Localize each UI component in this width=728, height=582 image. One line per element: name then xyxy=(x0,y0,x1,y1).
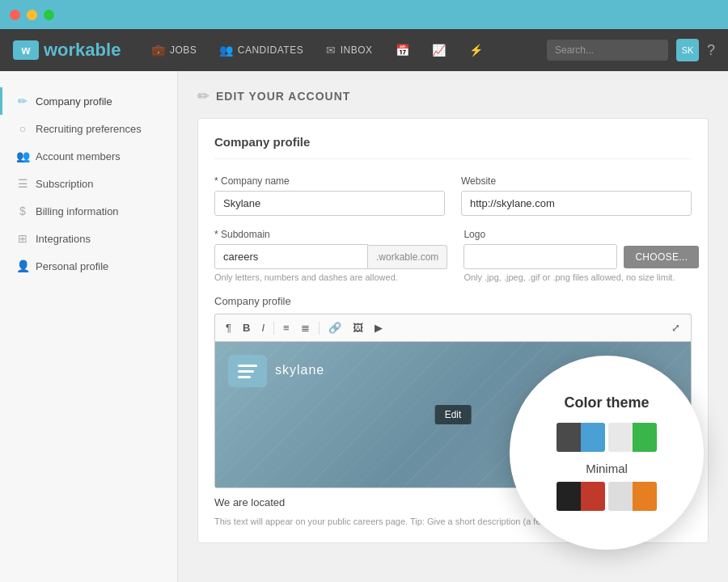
calendar-icon: 📅 xyxy=(396,44,410,57)
nav-activity[interactable]: ⚡ xyxy=(458,29,495,71)
editor-toolbar: ¶ B I ≡ ≣ 🔗 🖼 ▶ ⤢ xyxy=(214,314,692,341)
choose-button[interactable]: CHOOSE... xyxy=(624,246,699,268)
toolbar-divider-2 xyxy=(319,322,320,335)
swatch-blue xyxy=(581,423,605,452)
sidebar-item-recruiting[interactable]: ○ Recruiting preferences xyxy=(0,115,177,142)
logo-hint: Only .jpg, .jpeg, .gif or .png files all… xyxy=(463,272,699,282)
sidebar-item-personal-profile[interactable]: 👤 Personal profile xyxy=(0,252,177,280)
swatch-light xyxy=(608,423,633,452)
company-name-input[interactable] xyxy=(214,191,445,216)
nav-candidates[interactable]: 👥 CANDIDATES xyxy=(208,29,315,71)
required-star-sub: * xyxy=(214,229,221,240)
sidebar-item-integrations[interactable]: ⊞ Integrations xyxy=(0,225,177,252)
toolbar-image[interactable]: 🖼 xyxy=(349,319,367,336)
logo-line-1 xyxy=(238,365,257,367)
subdomain-label: * Subdomain xyxy=(214,229,447,240)
swatch-dark xyxy=(557,423,581,452)
sidebar-item-label: Account members xyxy=(36,150,121,162)
sidebar-item-subscription[interactable]: ☰ Subscription xyxy=(0,170,177,197)
logo-input[interactable] xyxy=(463,244,617,269)
toolbar-ul[interactable]: ≡ xyxy=(279,319,294,336)
sidebar-item-label: Personal profile xyxy=(36,260,108,272)
nav-reports[interactable]: 📈 xyxy=(421,29,458,71)
toolbar-expand[interactable]: ⤢ xyxy=(667,319,684,336)
members-icon: 👥 xyxy=(16,150,29,162)
sidebar: ✏ Company profile ○ Recruiting preferenc… xyxy=(0,71,178,582)
swatch-pair-2[interactable] xyxy=(608,423,657,452)
company-logo-preview xyxy=(228,355,267,387)
sidebar-item-billing[interactable]: $ Billing information xyxy=(0,197,177,225)
recruiting-icon: ○ xyxy=(16,122,29,135)
swatch-pair-1[interactable] xyxy=(557,423,605,452)
subscription-icon: ☰ xyxy=(16,177,29,190)
swatch-black xyxy=(557,482,581,511)
logo-input-group: CHOOSE... xyxy=(463,244,699,269)
form-row-1: * Company name Website xyxy=(214,175,692,216)
minimize-button[interactable] xyxy=(27,10,37,20)
edit-badge[interactable]: Edit xyxy=(435,405,472,424)
brand-icon: w xyxy=(13,40,39,60)
sidebar-item-label: Company profile xyxy=(36,95,112,108)
search-input[interactable] xyxy=(547,40,668,61)
swatch-pair-4[interactable] xyxy=(608,482,657,511)
page-title: EDIT YOUR ACCOUNT xyxy=(216,90,350,103)
color-theme-popup: Color theme Minimal xyxy=(510,356,704,550)
toolbar-paragraph[interactable]: ¶ xyxy=(222,319,235,336)
logo-line-3 xyxy=(238,376,251,378)
color-theme-title: Color theme xyxy=(564,394,649,411)
logo-group: Logo CHOOSE... Only .jpg, .jpeg, .gif or… xyxy=(463,229,699,282)
avatar-text: SK xyxy=(682,45,694,55)
avatar[interactable]: SK xyxy=(676,39,699,61)
card-title: Company profile xyxy=(214,135,692,159)
color-swatches-row1 xyxy=(557,423,657,452)
toolbar-link[interactable]: 🔗 xyxy=(324,319,345,336)
content-area: ✏ EDIT YOUR ACCOUNT Company profile * Co… xyxy=(178,71,728,582)
subdomain-input[interactable] xyxy=(214,244,368,269)
swatch-pair-3[interactable] xyxy=(557,482,605,511)
sidebar-item-label: Subscription xyxy=(36,178,94,190)
logo-line-2 xyxy=(238,370,254,373)
nav-jobs[interactable]: 💼 JOBS xyxy=(140,29,208,71)
company-profile-icon: ✏ xyxy=(16,95,29,108)
integrations-icon: ⊞ xyxy=(16,232,29,245)
subdomain-hint: Only letters, numbers and dashes are all… xyxy=(214,272,447,282)
activity-icon: ⚡ xyxy=(469,44,484,57)
sidebar-item-label: Billing information xyxy=(36,205,119,217)
help-icon[interactable]: ? xyxy=(707,42,715,59)
website-input[interactable] xyxy=(461,191,692,216)
nav-calendar[interactable]: 📅 xyxy=(384,29,421,71)
sidebar-item-company-profile[interactable]: ✏ Company profile xyxy=(0,87,177,115)
nav-right: SK ? xyxy=(547,39,715,61)
candidates-icon: 👥 xyxy=(219,44,234,57)
swatch-orange xyxy=(633,482,657,511)
billing-icon: $ xyxy=(16,205,29,217)
toolbar-italic[interactable]: I xyxy=(257,319,269,336)
navbar: w workable 💼 JOBS 👥 CANDIDATES ✉ INBOX 📅… xyxy=(0,29,728,71)
toolbar-bold[interactable]: B xyxy=(239,319,254,336)
sidebar-item-account-members[interactable]: 👥 Account members xyxy=(0,142,177,170)
personal-icon: 👤 xyxy=(16,259,29,272)
nav-inbox[interactable]: ✉ INBOX xyxy=(315,29,383,71)
close-button[interactable] xyxy=(10,10,20,20)
subdomain-suffix: .workable.com xyxy=(368,245,447,269)
maximize-button[interactable] xyxy=(44,10,54,20)
nav-candidates-label: CANDIDATES xyxy=(238,44,303,56)
swatch-green xyxy=(633,423,657,452)
brand-logo[interactable]: w workable xyxy=(13,40,121,61)
logo-lines xyxy=(238,365,257,378)
color-swatches-row2 xyxy=(557,482,657,511)
toolbar-video[interactable]: ▶ xyxy=(370,319,387,336)
reports-icon: 📈 xyxy=(432,44,447,57)
subdomain-input-group: .workable.com xyxy=(214,244,447,269)
website-label: Website xyxy=(461,175,692,187)
toolbar-ol[interactable]: ≣ xyxy=(297,319,314,336)
company-name-preview: skylane xyxy=(275,363,324,377)
toolbar-divider-1 xyxy=(273,322,274,335)
brand-name: workable xyxy=(44,40,121,61)
sidebar-item-label: Recruiting preferences xyxy=(36,123,142,135)
swatch-white2 xyxy=(608,482,633,511)
website-group: Website xyxy=(461,175,692,216)
inbox-icon: ✉ xyxy=(326,44,336,57)
jobs-icon: 💼 xyxy=(151,44,166,57)
nav-jobs-label: JOBS xyxy=(170,44,197,56)
